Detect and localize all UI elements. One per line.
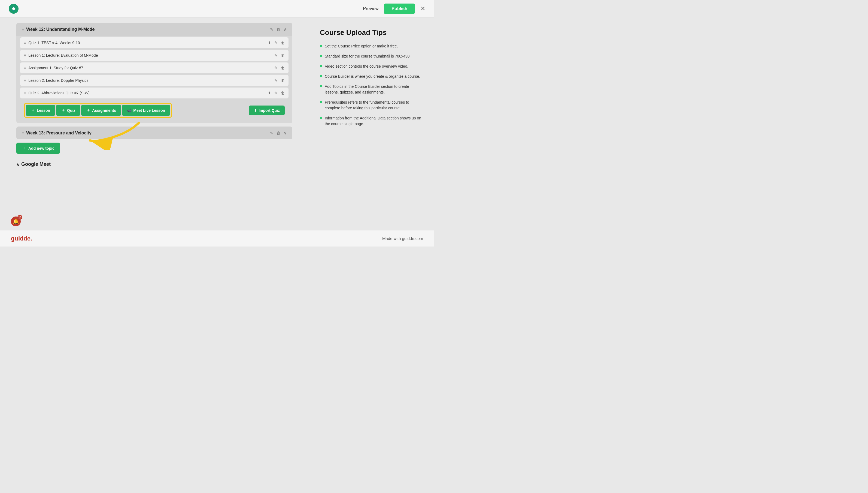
lesson-actions: ✎ 🗑 bbox=[274, 78, 285, 83]
tip-text: Standard size for the course thumbnail i… bbox=[325, 53, 411, 59]
header-right: Preview Publish ✕ bbox=[363, 3, 425, 14]
edit-icon[interactable]: ✎ bbox=[274, 53, 278, 58]
edit-icon[interactable]: ✎ bbox=[270, 131, 273, 135]
upload-icon[interactable]: ⬆ bbox=[268, 91, 271, 95]
lesson-title: Assignment 1: Study for Quiz #7 bbox=[28, 66, 274, 70]
delete-icon[interactable]: 🗑 bbox=[276, 27, 280, 31]
tip-text: Prerequisites refers to the fundamental … bbox=[325, 100, 423, 111]
tip-dot bbox=[320, 75, 322, 77]
edit-icon[interactable]: ✎ bbox=[274, 66, 278, 70]
drag-icon: ≡ bbox=[24, 41, 26, 45]
video-icon: 📹 bbox=[127, 108, 132, 113]
tip-dot bbox=[320, 85, 322, 87]
delete-icon[interactable]: 🗑 bbox=[276, 131, 280, 135]
tip-dot bbox=[320, 45, 322, 47]
delete-icon[interactable]: 🗑 bbox=[281, 78, 285, 83]
week13-title: Week 13: Pressure and Velocity bbox=[26, 131, 270, 135]
add-meet-button[interactable]: 📹 Meet Live Lesson bbox=[122, 105, 170, 116]
week12-actions: ✎ 🗑 ∧ bbox=[270, 27, 287, 32]
add-assignments-button[interactable]: ＋ Assignments bbox=[81, 105, 121, 116]
list-item: Course Builder is where you create & org… bbox=[320, 73, 423, 79]
add-new-topic-button[interactable]: ＋ Add new topic bbox=[16, 143, 60, 154]
chevron-up-icon[interactable]: ∧ bbox=[283, 27, 287, 32]
left-panel: ≡ Week 12: Understanding M-Mode ✎ 🗑 ∧ ≡ … bbox=[0, 18, 309, 246]
table-row: ≡ Assignment 1: Study for Quiz #7 ✎ 🗑 bbox=[20, 62, 289, 73]
table-row: ≡ Lesson 2: Lecture: Doppler Physics ✎ 🗑 bbox=[20, 75, 289, 86]
close-button[interactable]: ✕ bbox=[420, 6, 425, 12]
publish-button[interactable]: Publish bbox=[384, 3, 415, 14]
edit-icon[interactable]: ✎ bbox=[270, 27, 273, 31]
add-lesson-button[interactable]: ＋ Lesson bbox=[26, 105, 55, 116]
list-item: Standard size for the course thumbnail i… bbox=[320, 53, 423, 59]
table-row: ≡ Quiz 2: Abbreviations Quiz #7 (S-W) ⬆ … bbox=[20, 88, 289, 99]
lesson-title: Quiz 2: Abbreviations Quiz #7 (S-W) bbox=[28, 91, 268, 95]
import-quiz-label: Import Quiz bbox=[258, 108, 280, 113]
drag-icon: ≡ bbox=[24, 91, 26, 95]
app-logo bbox=[9, 4, 19, 14]
quiz-label: Quiz bbox=[67, 108, 75, 113]
delete-icon[interactable]: 🗑 bbox=[281, 53, 285, 58]
preview-button[interactable]: Preview bbox=[363, 6, 379, 11]
upload-icon[interactable]: ⬆ bbox=[268, 41, 271, 45]
google-meet-title: Google Meet bbox=[21, 162, 51, 167]
delete-icon[interactable]: 🗑 bbox=[281, 91, 285, 95]
week13-block: ≡ Week 13: Pressure and Velocity ✎ 🗑 ∨ bbox=[16, 127, 292, 140]
google-meet-header: ∧ Google Meet bbox=[16, 158, 292, 170]
lesson-actions: ✎ 🗑 bbox=[274, 53, 285, 58]
main-content: ≡ Week 12: Understanding M-Mode ✎ 🗑 ∧ ≡ … bbox=[0, 18, 434, 246]
tips-title: Course Upload Tips bbox=[320, 28, 423, 37]
header-left bbox=[9, 4, 19, 14]
chevron-up-icon: ∧ bbox=[16, 162, 19, 167]
footer-tagline: Made with guidde.com bbox=[382, 236, 423, 241]
week12-title: Week 12: Understanding M-Mode bbox=[26, 27, 270, 32]
tip-dot bbox=[320, 117, 322, 119]
lesson-actions: ⬆ ✎ 🗑 bbox=[268, 41, 285, 45]
highlighted-add-buttons: ＋ Lesson ＋ Quiz ＋ Assignments 📹 bbox=[24, 103, 172, 118]
edit-icon[interactable]: ✎ bbox=[274, 91, 278, 95]
delete-icon[interactable]: 🗑 bbox=[281, 66, 285, 70]
guidde-logo: guidde. bbox=[11, 235, 32, 242]
week12-block: ≡ Week 12: Understanding M-Mode ✎ 🗑 ∧ ≡ … bbox=[16, 23, 292, 123]
lesson-list: ≡ Quiz 1: TEST # 4: Weeks 9-10 ⬆ ✎ 🗑 ≡ L… bbox=[16, 36, 292, 123]
google-meet-section: ∧ Google Meet bbox=[16, 158, 292, 170]
drag-icon: ≡ bbox=[24, 66, 26, 70]
list-item: Information from the Additional Data sec… bbox=[320, 115, 423, 127]
drag-icon: ≡ bbox=[22, 131, 24, 135]
table-row: ≡ Quiz 1: TEST # 4: Weeks 9-10 ⬆ ✎ 🗑 bbox=[20, 37, 289, 48]
notification-area: 🔔 10 bbox=[11, 216, 21, 228]
svg-text:🔔: 🔔 bbox=[13, 218, 19, 224]
list-item: Set the Course Price option or make it f… bbox=[320, 43, 423, 49]
footer: guidde. Made with guidde.com bbox=[0, 230, 434, 246]
notification-count: 10 bbox=[18, 215, 22, 220]
notification-badge[interactable]: 🔔 10 bbox=[11, 216, 21, 228]
tip-dot bbox=[320, 65, 322, 67]
plus-icon: ＋ bbox=[31, 107, 35, 113]
tips-list: Set the Course Price option or make it f… bbox=[320, 43, 423, 127]
import-quiz-button[interactable]: ⬇ Import Quiz bbox=[249, 106, 285, 115]
plus-icon: ＋ bbox=[86, 107, 90, 113]
plus-icon: ＋ bbox=[22, 145, 26, 151]
edit-icon[interactable]: ✎ bbox=[274, 41, 278, 45]
lesson-title: Lesson 2: Lecture: Doppler Physics bbox=[28, 78, 274, 83]
tip-text: Add Topics in the Course Builder section… bbox=[325, 84, 423, 95]
list-item: Video section controls the course overvi… bbox=[320, 64, 423, 69]
add-quiz-button[interactable]: ＋ Quiz bbox=[56, 105, 80, 116]
edit-icon[interactable]: ✎ bbox=[274, 78, 278, 83]
week12-header: ≡ Week 12: Understanding M-Mode ✎ 🗑 ∧ bbox=[16, 23, 292, 36]
lesson-actions: ✎ 🗑 bbox=[274, 66, 285, 70]
lesson-title: Lesson 1: Lecture: Evaluation of M-Mode bbox=[28, 53, 274, 58]
delete-icon[interactable]: 🗑 bbox=[281, 41, 285, 45]
list-item: Prerequisites refers to the fundamental … bbox=[320, 100, 423, 111]
drag-icon: ≡ bbox=[24, 53, 26, 58]
table-row: ≡ Lesson 1: Lecture: Evaluation of M-Mod… bbox=[20, 50, 289, 61]
download-icon: ⬇ bbox=[254, 108, 257, 113]
chevron-down-icon[interactable]: ∨ bbox=[283, 130, 287, 135]
guidde-logo-text: guidde. bbox=[11, 235, 32, 242]
list-item: Add Topics in the Course Builder section… bbox=[320, 84, 423, 95]
lesson-actions: ⬆ ✎ 🗑 bbox=[268, 91, 285, 95]
tip-dot bbox=[320, 101, 322, 103]
drag-icon: ≡ bbox=[22, 27, 24, 31]
lesson-label: Lesson bbox=[37, 108, 50, 113]
drag-icon: ≡ bbox=[24, 78, 26, 83]
add-new-topic-label: Add new topic bbox=[28, 146, 54, 151]
